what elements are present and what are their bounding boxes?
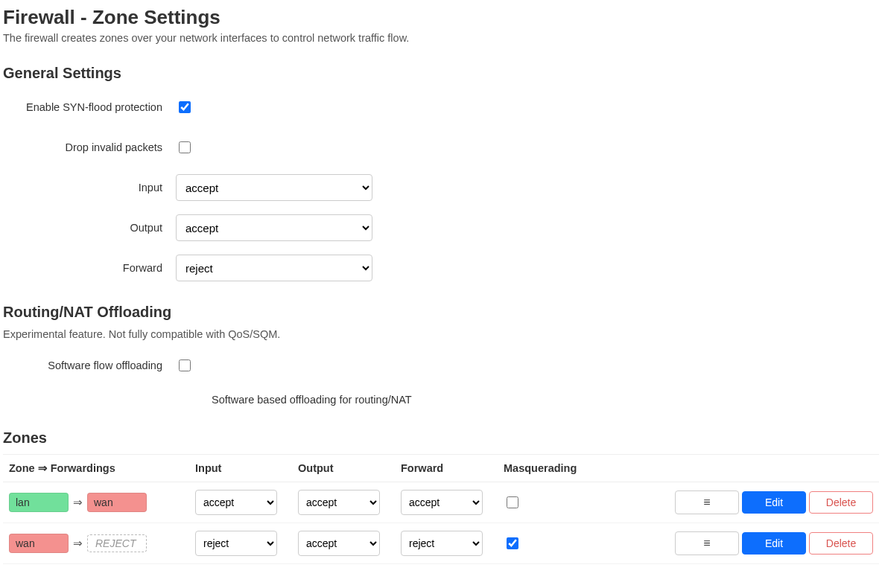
zone-masquerading-checkbox[interactable] [507,537,518,549]
reorder-button[interactable]: ≡ [675,531,739,555]
zone-masquerading-checkbox[interactable] [507,496,518,508]
delete-button[interactable]: Delete [809,532,873,555]
zone-badge-dst[interactable]: REJECT [87,534,147,552]
col-actions [632,455,879,482]
forward-label: Forward [3,262,176,274]
zone-input-select[interactable]: acceptrejectdrop [195,531,277,556]
page-description: The firewall creates zones over your net… [3,32,879,44]
col-input: Input [189,455,292,482]
zone-badge-dst[interactable]: wan [87,493,147,512]
col-zone-forwardings: Zone ⇒ Forwardings [3,455,189,482]
arrow-icon: ⇒ [73,537,83,550]
nat-description: Experimental feature. Not fully compatib… [3,328,879,340]
software-flow-help: Software based offloading for routing/NA… [189,391,879,409]
page-title: Firewall - Zone Settings [3,6,879,29]
zones-heading: Zones [3,429,879,447]
zone-badge-src[interactable]: lan [9,493,69,512]
software-flow-label: Software flow offloading [3,359,176,371]
col-output: Output [292,455,395,482]
delete-button[interactable]: Delete [809,491,873,514]
forward-select[interactable]: acceptrejectdrop [176,255,372,281]
zone-forward-select[interactable]: acceptrejectdrop [401,490,483,515]
syn-flood-checkbox[interactable] [179,101,191,113]
drop-invalid-label: Drop invalid packets [3,141,176,153]
col-forward: Forward [395,455,498,482]
reorder-button[interactable]: ≡ [675,490,739,514]
zone-output-select[interactable]: acceptrejectdrop [298,531,380,556]
general-settings-heading: General Settings [3,65,879,82]
input-select[interactable]: acceptrejectdrop [176,174,372,201]
zone-badge-src[interactable]: wan [9,534,69,553]
col-masquerading: Masquerading [498,455,632,482]
drop-invalid-checkbox[interactable] [179,141,191,153]
zones-table: Zone ⇒ Forwardings Input Output Forward … [3,454,879,564]
zone-output-select[interactable]: acceptrejectdrop [298,490,380,515]
output-select[interactable]: acceptrejectdrop [176,214,372,241]
syn-flood-label: Enable SYN-flood protection [3,101,176,113]
arrow-icon: ⇒ [73,496,83,509]
edit-button[interactable]: Edit [742,491,806,514]
table-row: wan⇒REJECTacceptrejectdropacceptrejectdr… [3,523,879,564]
edit-button[interactable]: Edit [742,532,806,555]
nat-heading: Routing/NAT Offloading [3,304,879,321]
software-flow-checkbox[interactable] [179,359,191,371]
output-label: Output [3,222,176,234]
zone-forward-select[interactable]: acceptrejectdrop [401,531,483,556]
input-label: Input [3,182,176,194]
zone-input-select[interactable]: acceptrejectdrop [195,490,277,515]
table-row: lan⇒wanacceptrejectdropacceptrejectdropa… [3,482,879,523]
